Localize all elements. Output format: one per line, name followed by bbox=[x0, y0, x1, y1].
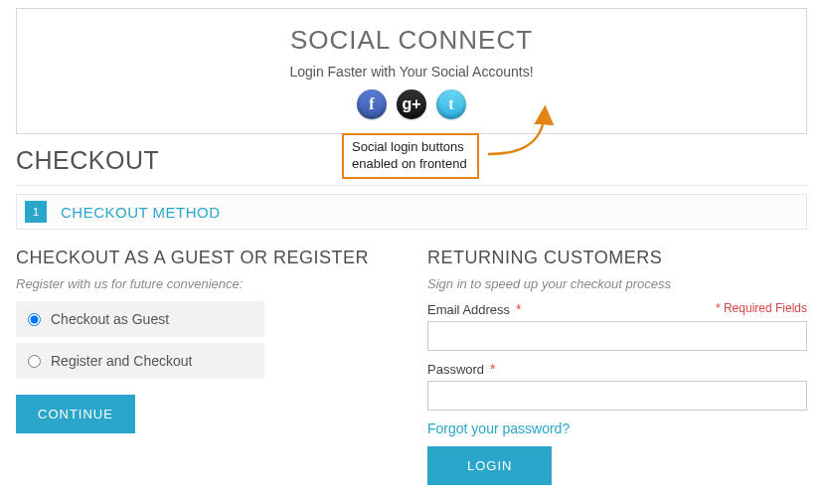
password-input[interactable] bbox=[427, 381, 807, 411]
twitter-glyph: t bbox=[448, 95, 453, 113]
annotation-callout: Social login buttons enabled on frontend bbox=[342, 133, 479, 179]
step-bar: 1 CHECKOUT METHOD bbox=[16, 194, 807, 230]
social-connect-panel: SOCIAL CONNECT Login Faster with Your So… bbox=[16, 8, 807, 134]
divider bbox=[16, 185, 807, 186]
social-connect-title: SOCIAL CONNECT bbox=[17, 25, 806, 56]
asterisk-icon: * bbox=[516, 301, 521, 317]
facebook-glyph: f bbox=[369, 95, 374, 113]
forgot-password-link[interactable]: Forgot your password? bbox=[427, 420, 570, 436]
required-fields-note: * Required Fields bbox=[716, 301, 807, 315]
continue-button[interactable]: CONTINUE bbox=[16, 395, 135, 433]
radio-guest-label: Checkout as Guest bbox=[51, 311, 169, 327]
social-connect-subtitle: Login Faster with Your Social Accounts! bbox=[17, 64, 806, 80]
facebook-icon[interactable]: f bbox=[357, 89, 387, 119]
guest-heading: CHECKOUT AS A GUEST OR REGISTER bbox=[16, 248, 396, 268]
login-column: RETURNING CUSTOMERS Sign in to speed up … bbox=[427, 248, 807, 485]
radio-guest-input[interactable] bbox=[28, 313, 41, 326]
guest-column: CHECKOUT AS A GUEST OR REGISTER Register… bbox=[16, 248, 396, 485]
twitter-icon[interactable]: t bbox=[436, 89, 466, 119]
radio-checkout-guest[interactable]: Checkout as Guest bbox=[16, 301, 264, 337]
radio-register-checkout[interactable]: Register and Checkout bbox=[16, 343, 264, 379]
annotation-line2: enabled on frontend bbox=[352, 156, 467, 173]
login-note: Sign in to speed up your checkout proces… bbox=[427, 276, 807, 291]
login-heading: RETURNING CUSTOMERS bbox=[427, 248, 807, 268]
password-label: Password bbox=[427, 362, 484, 377]
step-label: CHECKOUT METHOD bbox=[61, 204, 221, 221]
step-number: 1 bbox=[25, 201, 47, 223]
email-label: Email Address bbox=[427, 302, 510, 317]
radio-register-input[interactable] bbox=[28, 355, 41, 368]
email-input[interactable] bbox=[427, 321, 807, 351]
login-button[interactable]: LOGIN bbox=[427, 446, 552, 485]
google-glyph: g+ bbox=[402, 95, 420, 113]
social-icons-row: f g+ t bbox=[17, 89, 806, 119]
annotation-line1: Social login buttons bbox=[352, 139, 467, 156]
google-plus-icon[interactable]: g+ bbox=[397, 89, 426, 119]
radio-register-label: Register and Checkout bbox=[51, 353, 192, 369]
guest-note: Register with us for future convenience: bbox=[16, 276, 396, 291]
asterisk-icon: * bbox=[490, 361, 495, 377]
